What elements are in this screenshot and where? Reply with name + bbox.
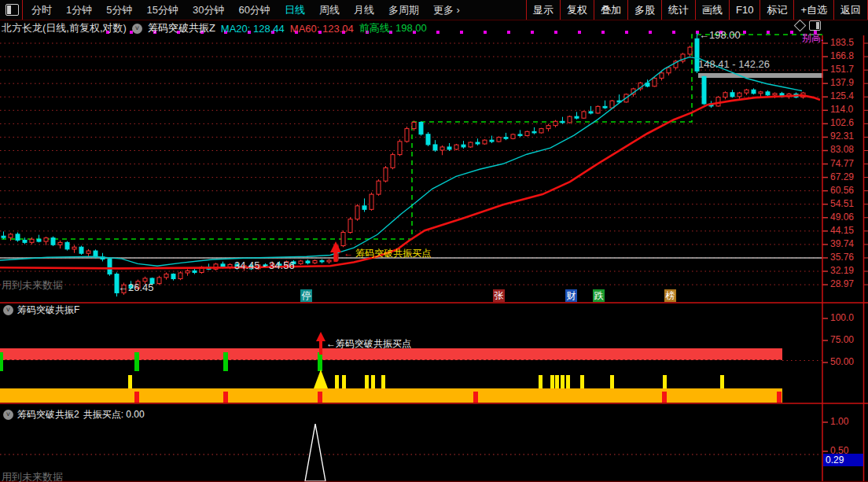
main-y-axis-label: 60.56 (830, 185, 854, 196)
chevron-down-icon[interactable]: ˅ (132, 24, 142, 34)
main-y-axis-label: 137.9 (830, 77, 854, 88)
current-value-badge: 0.29 (823, 454, 863, 466)
main-y-axis-label: 35.76 (830, 252, 854, 263)
main-y-axis-label: 49.06 (830, 212, 854, 223)
peak-price-annotation: ←198.00 (699, 29, 741, 41)
prev-high-value: 前高线: 198.00 (359, 21, 427, 35)
main-y-axis-label: 102.6 (830, 117, 854, 128)
panel-f-indicator-name[interactable]: 筹码突破共振F (17, 304, 79, 317)
chevron-down-icon[interactable]: ˅ (3, 305, 13, 315)
watermark-badge: 停 (300, 289, 312, 302)
split-window-icon[interactable] (809, 20, 821, 31)
low-price-annotation: ←26.45 (118, 281, 154, 293)
future-data-watermark: 用到未来数据 (2, 278, 63, 293)
chart-corner-icons (796, 20, 821, 31)
panel-f-axis-label: 50.00 (830, 356, 854, 367)
panel-2-indicator-name[interactable]: 筹码突破共振2 (17, 408, 79, 421)
watermark-badge: 榜 (664, 289, 676, 302)
main-y-axis-label: 44.15 (830, 225, 854, 236)
panel-f-buy-label: ←筹码突破共振买点 (326, 337, 411, 351)
box-range-annotation: 34.45 - 34.56 (234, 259, 295, 271)
ma60-value: MA60: 123.04 (290, 23, 354, 35)
main-y-axis-label: 54.51 (830, 198, 854, 209)
main-y-axis-label: 166.8 (830, 50, 854, 61)
panel-2-value: 共振买点: 0.00 (83, 408, 145, 421)
main-y-axis-label: 151.7 (830, 64, 854, 75)
chevron-down-icon[interactable]: ˅ (3, 410, 13, 420)
main-y-axis-label: 67.29 (830, 171, 854, 182)
buy-point-annotation: ← 筹码突破共振买点 (344, 247, 431, 260)
panel-2-axis-label: 1.00 (830, 416, 848, 427)
main-y-axis-label: 83.08 (830, 144, 854, 155)
main-y-axis-label: 183.5 (830, 37, 854, 48)
ma20-value: MA20: 128.44 (221, 23, 285, 35)
main-y-axis-label: 92.31 (830, 131, 854, 142)
trading-terminal: 分时1分钟5分钟15分钟30分钟60分钟日线周线月线多周期更多 › 显示复权叠加… (0, 0, 868, 482)
panel-f-axis-label: 100.0 (830, 312, 854, 323)
stock-title: 北方长龙(日线,前复权,对数) (2, 21, 127, 35)
watermark-badge: 财 (565, 289, 577, 302)
main-y-axis-label: 28.97 (830, 278, 854, 289)
main-y-axis-label: 125.4 (830, 90, 854, 101)
buy-point-label: 筹码突破共振买点 (355, 248, 431, 259)
panel-f-label-row: ˅ 筹码突破共振F (3, 304, 79, 317)
watermark-fragment: 别高. (802, 31, 823, 45)
indicator-name[interactable]: 筹码突破共振Z (148, 21, 215, 35)
main-y-axis-label: 114.0 (830, 104, 853, 115)
panel-2-label-row: ˅ 筹码突破共振2 共振买点: 0.00 (3, 408, 145, 421)
future-data-watermark: 用到未来数据 (2, 470, 63, 482)
watermark-badge: 跌 (593, 289, 605, 302)
main-y-axis-label: 39.74 (830, 238, 854, 249)
diamond-icon[interactable] (794, 20, 807, 32)
main-y-axis-label: 32.19 (830, 265, 854, 276)
panel-f-axis-label: 75.00 (830, 334, 854, 345)
buy-point-arrow-glyph: ← (344, 248, 353, 259)
chart-title-row: 北方长龙(日线,前复权,对数) ˅ 筹码突破共振Z MA20: 128.44 M… (2, 21, 427, 35)
main-y-axis-label: 74.77 (830, 158, 854, 169)
watermark-badge: 张 (493, 289, 505, 302)
gap-range-annotation: 148.41 - 142.26 (698, 58, 770, 70)
